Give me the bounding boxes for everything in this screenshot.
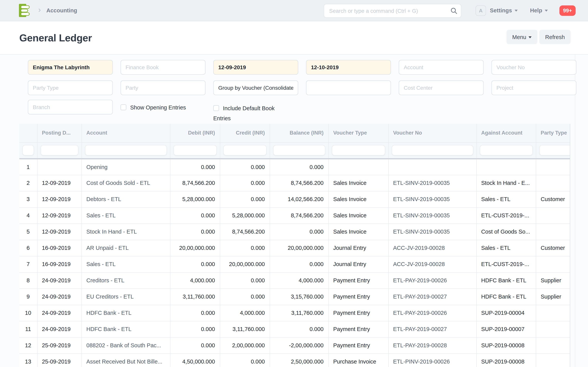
cell-credit[interactable]: 8,74,566.200 [220, 224, 270, 240]
cell-party_type[interactable] [536, 175, 570, 191]
filter-voucher-no[interactable] [491, 60, 576, 75]
cell-voucher_type[interactable]: Purchase Invoice [328, 353, 388, 367]
cell-party_type[interactable] [536, 337, 570, 353]
filter-account[interactable] [399, 60, 484, 75]
cell-credit[interactable]: 0.000 [220, 175, 270, 191]
filter-cost-center[interactable] [399, 80, 484, 95]
cell-balance[interactable]: -2,00,000.000 [270, 337, 328, 353]
cell-posting_date[interactable]: 12-09-2019 [37, 224, 81, 240]
cell-voucher_no[interactable]: ACC-JV-2019-00028 [388, 256, 476, 272]
cell-against[interactable]: HDFC Bank - ETL [476, 272, 536, 289]
cell-against[interactable]: SUP-2019-00004 [476, 305, 536, 321]
cell-idx[interactable]: 13 [19, 353, 37, 367]
cell-posting_date[interactable]: 25-09-2019 [37, 353, 81, 367]
filter-finance-book[interactable] [121, 60, 206, 75]
cell-account[interactable]: Sales - ETL [81, 256, 170, 272]
cell-idx[interactable]: 3 [19, 191, 37, 207]
cell-voucher_no[interactable]: ETL-PAY-2019-00028 [388, 337, 476, 353]
cell-idx[interactable]: 9 [19, 289, 37, 305]
cell-voucher_type[interactable]: Sales Invoice [328, 175, 388, 191]
cell-voucher_no[interactable]: ETL-PAY-2019-00027 [388, 289, 476, 305]
help-menu[interactable]: Help [530, 0, 548, 21]
cell-posting_date[interactable]: 24-09-2019 [37, 321, 81, 337]
cell-voucher_type[interactable]: Payment Entry [328, 305, 388, 321]
cell-account[interactable]: HDFC Bank - ETL [81, 321, 170, 337]
refresh-button[interactable]: Refresh [539, 30, 571, 44]
cell-party_type[interactable]: Supplier [536, 289, 570, 305]
cell-debit[interactable]: 8,74,566.200 [170, 175, 220, 191]
cell-party_type[interactable]: Customer [536, 240, 570, 256]
cell-against[interactable]: ETL-CUST-2019-... [476, 207, 536, 224]
cell-credit[interactable]: 0.000 [220, 158, 270, 175]
cell-balance[interactable]: 8,74,566.200 [270, 175, 328, 191]
cell-balance[interactable]: 0.000 [270, 256, 328, 272]
cell-credit[interactable]: 0.000 [220, 272, 270, 289]
cell-idx[interactable]: 2 [19, 175, 37, 191]
column-filter-balance[interactable] [273, 145, 325, 155]
include-default-book-checkbox-group[interactable]: Include Default Book Entries [213, 100, 287, 123]
cell-account[interactable]: 088202 - Bank of South Pac... [81, 337, 170, 353]
cell-debit[interactable]: 0.000 [170, 256, 220, 272]
include-default-book-checkbox[interactable] [213, 105, 219, 111]
cell-against[interactable]: HDFC Bank - ETL [476, 289, 536, 305]
cell-against[interactable]: Sales - ETL [476, 240, 536, 256]
cell-voucher_no[interactable]: ETL-PAY-2019-00027 [388, 321, 476, 337]
cell-balance[interactable]: 3,11,760.000 [270, 305, 328, 321]
filter-from-date[interactable] [213, 60, 298, 75]
filter-branch[interactable] [28, 100, 113, 115]
cell-account[interactable]: Debtors - ETL [81, 191, 170, 207]
cell-voucher_type[interactable]: Payment Entry [328, 272, 388, 289]
cell-debit[interactable]: 0.000 [170, 207, 220, 224]
cell-voucher_no[interactable]: ETL-SINV-2019-00035 [388, 207, 476, 224]
cell-voucher_type[interactable]: Sales Invoice [328, 207, 388, 224]
cell-account[interactable]: Opening [81, 158, 170, 175]
cell-voucher_type[interactable]: Journal Entry [328, 240, 388, 256]
cell-credit[interactable]: 20,00,000.000 [220, 256, 270, 272]
cell-balance[interactable]: 14,02,566.200 [270, 191, 328, 207]
cell-voucher_type[interactable]: Payment Entry [328, 337, 388, 353]
cell-account[interactable]: Cost of Goods Sold - ETL [81, 175, 170, 191]
cell-party_type[interactable] [536, 321, 570, 337]
cell-account[interactable]: HDFC Bank - ETL [81, 305, 170, 321]
cell-against[interactable]: ETL-CUST-2019-... [476, 256, 536, 272]
cell-against[interactable]: Sales - ETL [476, 191, 536, 207]
breadcrumb[interactable]: Accounting [46, 7, 77, 14]
cell-credit[interactable]: 2,00,000.000 [220, 337, 270, 353]
cell-debit[interactable]: 4,000.000 [170, 272, 220, 289]
cell-voucher_type[interactable]: Payment Entry [328, 321, 388, 337]
cell-debit[interactable]: 0.000 [170, 224, 220, 240]
settings-menu[interactable]: Settings [490, 0, 518, 21]
cell-account[interactable]: Creditors - ETL [81, 272, 170, 289]
column-filter-debit[interactable] [173, 145, 217, 155]
notification-badge[interactable]: 99+ [559, 5, 576, 16]
cell-idx[interactable]: 7 [19, 256, 37, 272]
cell-posting_date[interactable]: 24-09-2019 [37, 305, 81, 321]
cell-voucher_no[interactable]: ETL-SINV-2019-00035 [388, 224, 476, 240]
cell-voucher_type[interactable]: Payment Entry [328, 289, 388, 305]
column-filter-account[interactable] [85, 145, 167, 155]
filter-party-type[interactable] [28, 80, 113, 95]
cell-voucher_type[interactable]: Sales Invoice [328, 224, 388, 240]
cell-voucher_no[interactable]: ETL-PAY-2019-00026 [388, 305, 476, 321]
filter-empty-select[interactable] [306, 80, 391, 95]
cell-posting_date[interactable]: 12-09-2019 [37, 175, 81, 191]
cell-idx[interactable]: 8 [19, 272, 37, 289]
cell-posting_date[interactable]: 16-09-2019 [37, 256, 81, 272]
cell-voucher_no[interactable] [388, 158, 476, 175]
cell-balance[interactable]: 2,50,000.000 [270, 353, 328, 367]
column-filter-against[interactable] [480, 145, 532, 155]
cell-debit[interactable]: 0.000 [170, 158, 220, 175]
column-header-account[interactable]: Account [81, 124, 170, 142]
cell-idx[interactable]: 1 [19, 158, 37, 175]
column-filter-voucher_no[interactable] [392, 145, 473, 155]
cell-debit[interactable]: 3,11,760.000 [170, 289, 220, 305]
column-filter-credit[interactable] [223, 145, 266, 155]
show-opening-entries-checkbox[interactable] [121, 104, 126, 110]
filter-party[interactable] [121, 80, 206, 95]
cell-voucher_type[interactable]: Journal Entry [328, 256, 388, 272]
cell-posting_date[interactable] [37, 158, 81, 175]
cell-balance[interactable]: 0.000 [270, 224, 328, 240]
column-header-credit[interactable]: Credit (INR) [220, 124, 270, 142]
cell-idx[interactable]: 11 [19, 321, 37, 337]
cell-party_type[interactable]: Customer [536, 191, 570, 207]
